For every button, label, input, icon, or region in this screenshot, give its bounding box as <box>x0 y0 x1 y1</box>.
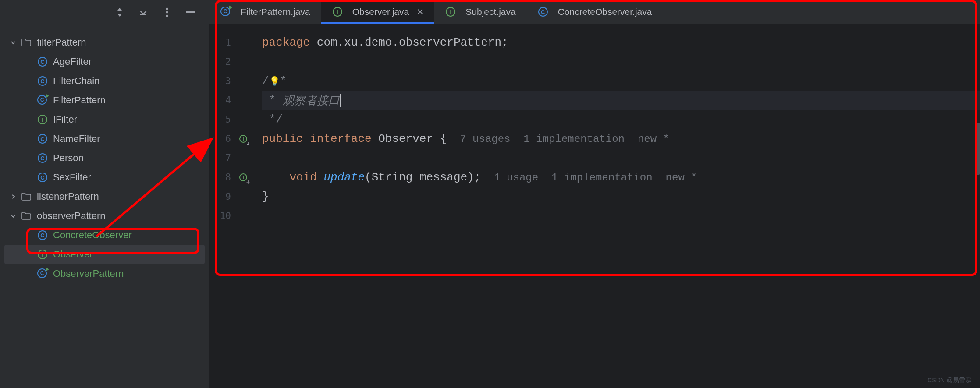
runnable-icon: C <box>37 95 48 106</box>
watermark: CSDN @易雪寒 <box>927 377 971 384</box>
inlay-hint[interactable]: new * <box>666 172 697 183</box>
inlay-hint[interactable]: 1 implementation <box>524 133 625 145</box>
class-icon: C <box>37 172 48 183</box>
code-line[interactable]: /💡* <box>262 71 980 91</box>
line-number: 8I <box>209 168 253 187</box>
code-line[interactable]: } <box>262 187 980 206</box>
tree-folder-listenerPattern[interactable]: listenerPattern <box>0 187 209 206</box>
class-icon: C <box>538 7 548 17</box>
line-number: 2 <box>209 52 253 71</box>
tab-label: Subject.java <box>465 7 515 17</box>
tree-label: Person <box>53 152 84 164</box>
folder-icon <box>21 211 32 221</box>
folder-icon <box>21 191 32 202</box>
svg-point-2 <box>166 11 168 13</box>
line-number: 3 <box>209 71 253 91</box>
code-line[interactable]: package com.xu.demo.observerPattern; <box>262 33 980 52</box>
tree-label: listenerPattern <box>37 191 99 202</box>
tree-item-Observer[interactable]: IObserver <box>4 245 205 264</box>
code-line[interactable] <box>262 148 980 168</box>
tab-label: FilterPattern.java <box>241 7 310 17</box>
interface-icon: I <box>37 249 48 260</box>
editor-area: CFilterPattern.javaIObserver.java✕ISubje… <box>209 0 980 388</box>
tree-item-SexFilter[interactable]: CSexFilter <box>0 168 209 187</box>
tree-label: IFilter <box>53 114 77 125</box>
implementation-icon[interactable]: I <box>237 171 249 183</box>
collapse-all-icon[interactable] <box>138 7 149 18</box>
tree-item-AgeFilter[interactable]: CAgeFilter <box>0 52 209 71</box>
interface-icon: I <box>332 7 343 17</box>
class-icon: C <box>37 134 48 144</box>
tree-item-Person[interactable]: CPerson <box>0 148 209 168</box>
project-tree: filterPatternCAgeFilterCFilterChainCFilt… <box>0 24 209 388</box>
svg-point-1 <box>166 7 168 10</box>
tree-label: Observer <box>53 249 92 260</box>
code-line[interactable]: */ <box>262 110 980 129</box>
line-number: 1 <box>209 33 253 52</box>
interface-icon: I <box>37 114 48 125</box>
svg-point-3 <box>166 14 168 17</box>
tree-label: SexFilter <box>53 172 91 183</box>
tree-item-IFilter[interactable]: IIFilter <box>0 110 209 129</box>
class-icon: C <box>37 76 48 86</box>
tree-label: FilterChain <box>53 75 99 87</box>
tab-Observer.java[interactable]: IObserver.java✕ <box>321 0 435 24</box>
code-line[interactable] <box>262 52 980 71</box>
class-icon: C <box>37 153 48 163</box>
class-icon: C <box>37 230 48 240</box>
line-number: 4 <box>209 91 253 110</box>
tree-label: observerPattern <box>37 210 106 222</box>
tree-folder-observerPattern[interactable]: observerPattern <box>0 206 209 226</box>
tree-item-ObserverPattern[interactable]: CObserverPattern <box>0 264 209 283</box>
runnable-icon: C <box>220 7 231 17</box>
tree-label: AgeFilter <box>53 56 92 67</box>
minimize-icon[interactable] <box>185 7 196 18</box>
close-icon[interactable]: ✕ <box>417 7 423 17</box>
runnable-icon: C <box>37 268 48 279</box>
interface-icon: I <box>445 7 456 17</box>
line-number: 9 <box>209 187 253 206</box>
editor-tabs: CFilterPattern.javaIObserver.java✕ISubje… <box>209 0 980 24</box>
tree-item-ConcreteObserver[interactable]: CConcreteObserver <box>0 226 209 245</box>
tab-FilterPattern.java[interactable]: CFilterPattern.java <box>209 0 321 24</box>
chevron-icon[interactable] <box>9 212 18 220</box>
code-line[interactable]: public interface Observer {7 usages1 imp… <box>262 129 980 148</box>
tab-label: Observer.java <box>352 7 409 17</box>
svg-rect-4 <box>186 11 195 13</box>
code-line[interactable] <box>262 206 980 226</box>
tree-label: filterPattern <box>37 37 86 48</box>
more-icon[interactable] <box>162 7 172 18</box>
tree-folder-filterPattern[interactable]: filterPattern <box>0 33 209 52</box>
inlay-hint[interactable]: new * <box>638 133 669 145</box>
tree-label: FilterPattern <box>53 95 106 106</box>
inlay-hint[interactable]: 7 usages <box>460 133 510 145</box>
line-number: 7 <box>209 148 253 168</box>
tree-label: NameFilter <box>53 133 100 145</box>
project-sidebar: filterPatternCAgeFilterCFilterChainCFilt… <box>0 0 209 388</box>
code-line[interactable]: * 观察者接口 <box>262 91 980 110</box>
tree-label: ObserverPattern <box>53 268 124 279</box>
tab-label: ConcreteObserver.java <box>558 7 652 17</box>
editor-body: 123456I78I910 package com.xu.demo.observ… <box>209 24 980 388</box>
chevron-icon[interactable] <box>9 38 18 47</box>
tree-item-FilterChain[interactable]: CFilterChain <box>0 71 209 91</box>
tab-Subject.java[interactable]: ISubject.java <box>434 0 526 24</box>
line-number: 6I <box>209 129 253 148</box>
implementation-icon[interactable]: I <box>237 133 249 145</box>
code-area[interactable]: package com.xu.demo.observerPattern;/💡* … <box>253 24 980 388</box>
line-number: 5 <box>209 110 253 129</box>
gutter: 123456I78I910 <box>209 24 253 388</box>
code-line[interactable]: void update(String message);1 usage1 imp… <box>262 168 980 187</box>
inlay-hint[interactable]: 1 usage <box>494 172 538 183</box>
line-number: 10 <box>209 206 253 226</box>
tree-item-FilterPattern[interactable]: CFilterPattern <box>0 91 209 110</box>
text-cursor <box>340 94 341 107</box>
sidebar-toolbar <box>0 0 209 24</box>
chevron-icon[interactable] <box>9 192 18 201</box>
tab-ConcreteObserver.java[interactable]: CConcreteObserver.java <box>527 0 663 24</box>
inlay-hint[interactable]: 1 implementation <box>551 172 652 183</box>
class-icon: C <box>37 56 48 67</box>
tree-item-NameFilter[interactable]: CNameFilter <box>0 129 209 148</box>
expand-collapse-icon[interactable] <box>114 7 125 18</box>
folder-icon <box>21 37 32 48</box>
